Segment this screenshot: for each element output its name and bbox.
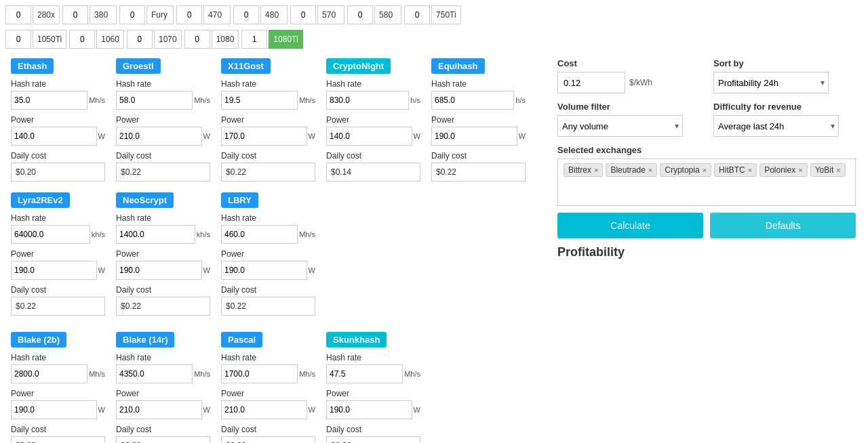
algo-button[interactable]: Blake (14r) xyxy=(116,332,174,347)
gpu-pair: 470 xyxy=(176,5,231,24)
gpu-label: Fury xyxy=(146,5,174,24)
power-input[interactable] xyxy=(116,400,202,419)
power-unit: W xyxy=(203,266,210,274)
power-input[interactable] xyxy=(326,400,412,419)
hash-rate-unit: Mh/s xyxy=(194,370,210,378)
algo-row-gap xyxy=(5,322,551,328)
hash-rate-label: Hash rate xyxy=(116,79,210,89)
gpu-qty-input[interactable] xyxy=(62,5,88,24)
power-input[interactable] xyxy=(11,261,97,280)
hash-rate-row: Mh/s xyxy=(11,364,105,383)
gpu-qty-input[interactable] xyxy=(233,5,259,24)
daily-cost-display: $0.22 xyxy=(221,436,315,443)
algo-button[interactable]: Skunkhash xyxy=(326,332,387,347)
hash-rate-label: Hash rate xyxy=(116,213,210,223)
algo-card: Lyra2REv2Hash ratekh/sPowerWDaily cost$0… xyxy=(5,188,111,322)
gpu-label: 1060 xyxy=(96,30,124,49)
algo-button[interactable]: LBRY xyxy=(221,192,258,208)
gpu-qty-input[interactable] xyxy=(290,5,316,24)
hash-rate-input[interactable] xyxy=(431,91,514,110)
gpu-qty-input[interactable] xyxy=(5,5,31,24)
hash-rate-input[interactable] xyxy=(116,225,195,244)
hash-rate-input[interactable] xyxy=(11,91,87,110)
power-input[interactable] xyxy=(221,261,307,280)
power-label: Power xyxy=(11,249,105,259)
algo-grid: EthashHash rateMh/sPowerWDaily cost$0.20… xyxy=(5,54,551,443)
daily-cost-label: Daily cost xyxy=(326,151,420,161)
cost-input[interactable] xyxy=(557,72,625,93)
power-label: Power xyxy=(116,249,210,259)
hash-rate-input[interactable] xyxy=(11,364,87,383)
daily-cost-label: Daily cost xyxy=(116,285,210,295)
algo-button[interactable]: NeoScrypt xyxy=(116,192,174,208)
cost-label: Cost xyxy=(557,58,700,68)
exchange-tag: Cryptopia× xyxy=(660,163,711,177)
hash-rate-unit: h/s xyxy=(410,96,420,104)
gpu-qty-input[interactable] xyxy=(176,5,202,24)
power-row: W xyxy=(116,400,210,419)
exchange-tag-remove[interactable]: × xyxy=(703,166,707,174)
hash-rate-row: kh/s xyxy=(11,225,105,244)
gpu-qty-input[interactable] xyxy=(347,5,373,24)
hash-rate-label: Hash rate xyxy=(326,353,420,362)
algo-button[interactable]: Pascal xyxy=(221,332,262,347)
exchange-tag-remove[interactable]: × xyxy=(648,166,652,174)
hash-rate-input[interactable] xyxy=(116,364,193,383)
power-unit: W xyxy=(203,132,210,140)
hash-rate-input[interactable] xyxy=(116,91,193,110)
algo-button[interactable]: CryptoNight xyxy=(326,58,391,74)
power-label: Power xyxy=(326,389,420,398)
gpu-qty-input[interactable] xyxy=(241,30,267,49)
algo-button[interactable]: Equihash xyxy=(431,58,485,74)
difficulty-select[interactable]: Average last 24hCurrentAverage last 1h xyxy=(713,115,839,137)
hash-rate-input[interactable] xyxy=(326,91,409,110)
volume-select[interactable]: Any volumeLow volumeMedium volumeHigh vo… xyxy=(557,115,683,137)
exchange-tag-remove[interactable]: × xyxy=(748,166,752,174)
power-input[interactable] xyxy=(11,127,97,146)
exchange-tag-remove[interactable]: × xyxy=(594,166,598,174)
exchange-tag: Bleutrade× xyxy=(606,163,657,177)
hash-rate-input[interactable] xyxy=(11,225,90,244)
algo-button[interactable]: Groestl xyxy=(116,58,161,74)
gpu-qty-input[interactable] xyxy=(69,30,95,49)
daily-cost-label: Daily cost xyxy=(11,285,105,295)
exchange-tag-remove[interactable]: × xyxy=(836,166,840,174)
power-unit: W xyxy=(98,132,105,140)
power-input[interactable] xyxy=(326,127,412,146)
power-input[interactable] xyxy=(431,127,517,146)
algo-button[interactable]: Ethash xyxy=(11,58,54,74)
power-input[interactable] xyxy=(221,400,307,419)
power-input[interactable] xyxy=(116,261,202,280)
algo-button[interactable]: Blake (2b) xyxy=(11,332,66,347)
sort-select[interactable]: Profitability 24hProfitability 1hRevenue… xyxy=(713,72,829,93)
algo-button[interactable]: X11Gost xyxy=(221,58,271,74)
daily-cost-label: Daily cost xyxy=(221,285,315,295)
power-row: W xyxy=(326,400,420,419)
sort-select-wrap: Profitability 24hProfitability 1hRevenue… xyxy=(713,72,829,93)
hash-rate-input[interactable] xyxy=(221,225,298,244)
gpu-pair: 580 xyxy=(347,5,401,24)
gpu-row-1: 280x380Fury470480570580750Ti xyxy=(5,5,863,24)
defaults-button[interactable]: Defaults xyxy=(710,213,856,238)
hash-rate-input[interactable] xyxy=(326,364,403,383)
gpu-qty-input[interactable] xyxy=(127,30,153,49)
gpu-qty-input[interactable] xyxy=(404,5,430,24)
hash-rate-input[interactable] xyxy=(221,364,298,383)
power-input[interactable] xyxy=(221,127,307,146)
power-unit: W xyxy=(414,132,420,140)
gpu-qty-input[interactable] xyxy=(184,30,210,49)
calculate-button[interactable]: Calculate xyxy=(557,213,703,238)
algo-card: NeoScryptHash ratekh/sPowerWDaily cost$0… xyxy=(111,188,216,322)
gpu-qty-input[interactable] xyxy=(119,5,145,24)
power-label: Power xyxy=(116,389,210,398)
power-input[interactable] xyxy=(116,127,202,146)
gpu-qty-input[interactable] xyxy=(5,30,31,49)
daily-cost-display: $0.22 xyxy=(326,436,420,443)
hash-rate-input[interactable] xyxy=(221,91,298,110)
gpu-label: 1080 xyxy=(212,30,239,49)
power-input[interactable] xyxy=(11,400,97,419)
exchange-tag-remove[interactable]: × xyxy=(798,166,802,174)
hash-rate-unit: Mh/s xyxy=(299,370,315,378)
power-unit: W xyxy=(309,266,315,274)
algo-button[interactable]: Lyra2REv2 xyxy=(11,192,70,208)
